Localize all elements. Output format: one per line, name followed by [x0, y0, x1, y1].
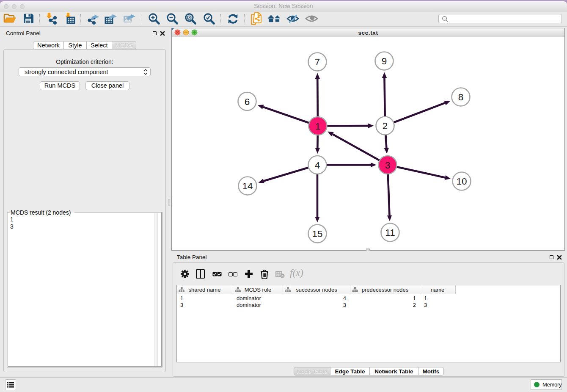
svg-text:7: 7 [315, 57, 320, 67]
svg-text:6: 6 [245, 97, 250, 107]
svg-text:8: 8 [458, 92, 464, 102]
svg-text:10: 10 [456, 176, 467, 187]
svg-text:15: 15 [312, 229, 322, 239]
svg-text:11: 11 [385, 227, 395, 238]
svg-text:4: 4 [315, 160, 320, 171]
svg-text:14: 14 [242, 181, 253, 191]
svg-text:3: 3 [385, 160, 391, 171]
svg-text:1: 1 [315, 121, 321, 132]
svg-text:2: 2 [383, 121, 388, 131]
svg-text:9: 9 [382, 56, 387, 66]
